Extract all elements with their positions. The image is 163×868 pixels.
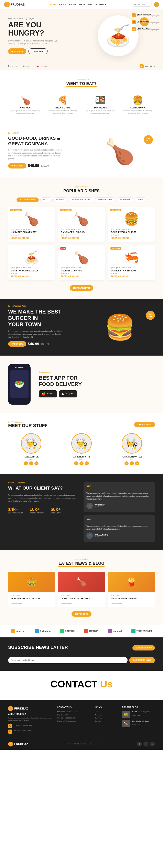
dish-price-2: FROM $12.99 $9.99: [61, 237, 102, 239]
chef1-social: f t in: [8, 461, 54, 465]
dish-card-3[interactable]: TOP SELLER 🍔 Ipsum ipsum dolore sit amet…: [108, 207, 155, 242]
pizza-title: PIZZA & DRINK: [48, 106, 78, 109]
nav-shop[interactable]: SHOP: [79, 3, 85, 6]
newsletter-email-input[interactable]: [8, 657, 128, 663]
app-store-button[interactable]: 🍎 App Store: [39, 390, 57, 398]
nav-logo[interactable]: 🍕 FRUDBAZ: [4, 2, 25, 7]
chef2-name: MARK HENRYTTB: [58, 456, 105, 458]
order-now-button[interactable]: ORDER NOW: [8, 49, 26, 54]
chef1-instagram[interactable]: in: [34, 461, 39, 465]
chef2-twitter[interactable]: t: [79, 461, 84, 465]
contact-heading: CONTACT Us: [8, 679, 155, 690]
filter-drink[interactable]: DRINK: [135, 197, 147, 202]
filter-pizza[interactable]: PIZZA: [40, 197, 52, 202]
chef2-instagram[interactable]: in: [85, 461, 89, 465]
nav-about[interactable]: ABOUT: [59, 3, 67, 6]
apple-icon: 🍎: [42, 392, 46, 396]
search-input[interactable]: [132, 3, 152, 6]
chef3-twitter[interactable]: t: [130, 461, 134, 465]
dish-badge-6: TOP SELLER: [110, 247, 122, 250]
newsletter-submit-button[interactable]: SUBSCRIBE NOW: [129, 657, 155, 663]
play-video[interactable]: ▶ PLAY VIDEO: [139, 64, 155, 68]
learn-more-button[interactable]: LEARN MORE: [28, 49, 48, 54]
google-play-button[interactable]: ▶ Google Play: [59, 390, 77, 398]
footer-about-title: ABOUT FRUDBAZ: [8, 713, 52, 715]
banner-badge: 50% OFF: [146, 311, 155, 320]
footer-phone-2: PHONE: +1 234 567 890: [14, 730, 32, 732]
dish-subname-3: Ipsum ipsum dolore sit amet: [111, 228, 152, 230]
newsletter-subscribe-button[interactable]: SUBSCRIBE NOW: [132, 645, 155, 650]
footer-copyright: © 2021 FRUDBAZ. All Rights Reserved.: [68, 743, 97, 745]
nav-home[interactable]: HOME: [50, 3, 56, 6]
phone-icon-1: 📞: [8, 724, 12, 728]
dish-stars-1: ★★★★★: [11, 234, 52, 236]
footer-link-2[interactable]: About Us: [95, 714, 117, 716]
dish-subname-1: Ipsum ipsum dolore sit amet: [11, 228, 52, 230]
nav-pages[interactable]: PAGES: [69, 3, 76, 6]
footer-link-3[interactable]: Our Menu: [95, 717, 117, 719]
info-nature: 🌿 NATURE FIRST Address consectetur adipi…: [132, 20, 159, 24]
review-author-2: 👤 RASALUNA DE CHEF: [86, 532, 152, 539]
offer-order-button[interactable]: ORDER NOW: [8, 163, 26, 168]
filter-shake[interactable]: BLUEBERRY SHAKE: [69, 197, 93, 202]
footer-link-4[interactable]: Contact: [95, 720, 117, 722]
blog-post-3[interactable]: 🍟 16 April 2021 WHO'S WINNING THE FAST..…: [108, 572, 155, 607]
recent-post-1[interactable]: 🍔 Great Food of Anywhere 16 April 2021: [122, 711, 155, 718]
newsletter-title: SUBSCRIBE NEWS LATTER: [8, 645, 68, 650]
chef3-name: YLINA PIERSON RAS: [109, 456, 155, 458]
facebook-link[interactable]: f FACEBOOK: [8, 65, 18, 67]
banner-order-button[interactable]: ORDER NOW: [8, 341, 26, 347]
chef1-twitter[interactable]: t: [29, 461, 33, 465]
contact-label: CONTACT: [50, 679, 100, 689]
chef3-instagram[interactable]: in: [135, 461, 139, 465]
category-pizza[interactable]: 🍕 PIZZA & DRINK Ipsum ipsum dolore sit a…: [46, 92, 80, 118]
see-all-button[interactable]: SEE ALL PRODUCT: [70, 285, 93, 291]
footer-brand-name: FRUDBAZ: [14, 707, 28, 710]
dish-card-1[interactable]: TOP SELLER 🍗 Ipsum ipsum dolore sit amet…: [8, 207, 55, 242]
cart-icon[interactable]: 🛒: [154, 2, 159, 7]
blog-post3-more[interactable]: + READ MORE: [111, 602, 122, 604]
category-chicken[interactable]: 🍗 CHICKEN Ipsum ipsum dolore sit amet, a…: [8, 92, 42, 118]
footer-twitter-icon[interactable]: t: [144, 742, 148, 746]
filter-burger[interactable]: BURGER: [53, 197, 68, 202]
dish-price-3: FROM $12.99 $9.99: [111, 237, 152, 239]
dish-card-2[interactable]: TOP SELLER 🍗 Ipsum ipsum dolore sit amet…: [58, 207, 105, 242]
dish-card-6[interactable]: TOP SELLER 🦐 Ipsum ipsum dolore sit amet…: [108, 245, 155, 280]
chef1-facebook[interactable]: f: [24, 461, 28, 465]
filter-icecream[interactable]: ICE CREAM: [117, 197, 133, 202]
footer-link-1[interactable]: Home: [95, 711, 117, 713]
dish-card-4[interactable]: 🍝 Ipsum ipsum dolore sit amet DINKS POPU…: [8, 245, 55, 280]
dish-card-5[interactable]: NEW 🍗 Ipsum ipsum dolore sit amet UNLIMI…: [58, 245, 105, 280]
blog-post-1[interactable]: 🍔 16 April 2021 BEST BURGER IN YOUR GOU.…: [8, 572, 55, 607]
filter-all[interactable]: ALL CATEGORIES: [16, 197, 39, 202]
team-title-block: Our Professional MEET OUR STUFF: [8, 421, 47, 428]
category-combo[interactable]: 🍔 COMBO PACK Ipsum ipsum dolore sit amet…: [121, 92, 155, 118]
twitter-link[interactable]: 🐦 TWITTER: [23, 65, 33, 67]
chef2-facebook[interactable]: f: [74, 461, 78, 465]
footer-youtube-icon[interactable]: ▶: [150, 742, 155, 746]
combo-text: Ipsum ipsum dolore sit amet, adipiscing …: [123, 110, 153, 114]
dish-badge-2: TOP SELLER: [60, 209, 72, 211]
category-box[interactable]: 🍱 BOX MEALS Ipsum ipsum dolore sit amet,…: [83, 92, 117, 118]
dish-price-4: FROM $12.99 $9.99: [11, 275, 52, 278]
filter-chicken[interactable]: CHICKEN STOP: [95, 197, 115, 202]
blog-post1-more[interactable]: + READ MORE: [11, 602, 22, 604]
stat-orders: 16k+ ORDERS REVIEWS: [30, 507, 44, 514]
recent-post-2[interactable]: 🍗 Best Chicken Recipes 14 April 2021: [122, 720, 155, 727]
brand-name: FRUDBAZ: [11, 3, 25, 6]
dish-img-6: 🦐: [111, 250, 152, 265]
nav-contact[interactable]: CONTACT: [96, 3, 106, 6]
dish-stars-6: ★★★★☆: [111, 273, 152, 275]
banner-title: WE MAKE THE BESTBURGER INYOUR TOWN: [8, 309, 78, 328]
see-all-blog-button[interactable]: SEE ALL BLOG: [72, 611, 91, 617]
chef3-facebook[interactable]: f: [124, 461, 129, 465]
offer-tag: Special Offer: [8, 132, 78, 134]
twitter-icon: 🐦: [23, 65, 25, 67]
footer-facebook-icon[interactable]: f: [137, 742, 142, 746]
footer-recent-title: RECENT BLOG: [122, 706, 155, 709]
blog-post2-more[interactable]: + READ MORE: [60, 602, 72, 604]
nav-blog[interactable]: BLOG: [88, 3, 93, 6]
youtube-link[interactable]: ▶ YOUTUBE: [37, 65, 47, 67]
blog-post-2[interactable]: 🍗 16 April 2021 12 SPICY SEAFOOD RECIPES…: [58, 572, 105, 607]
see-all-staff-button[interactable]: SEE ALL STUFF: [134, 422, 155, 427]
